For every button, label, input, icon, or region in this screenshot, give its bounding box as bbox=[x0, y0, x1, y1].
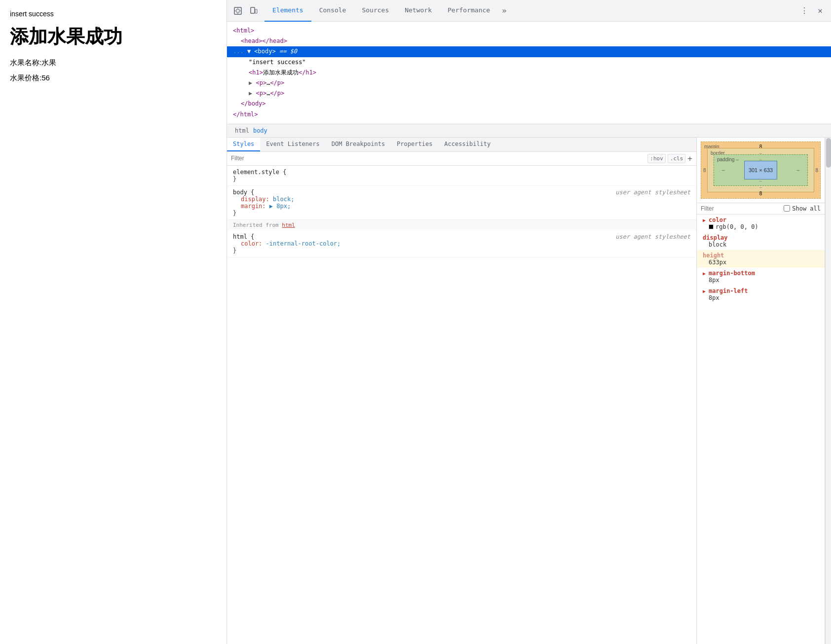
styles-content: element.style { } body { user agent styl… bbox=[227, 166, 696, 644]
bm-padding-label: padding – bbox=[717, 157, 739, 162]
tree-html[interactable]: <html> bbox=[227, 26, 831, 36]
show-all-text: Show all bbox=[792, 205, 821, 212]
computed-margin-left-name[interactable]: margin-left bbox=[703, 287, 748, 294]
computed-section: Show all color rgb(0, 0, 0) bbox=[697, 203, 825, 644]
tree-body-close[interactable]: </body> bbox=[227, 99, 831, 109]
toolbar-right: ⋮ ✕ bbox=[797, 4, 827, 18]
tree-text-node[interactable]: "insert success" bbox=[227, 57, 831, 68]
computed-margin-bottom-value: 8px bbox=[703, 277, 819, 284]
box-model-container: margin 8 border – padding – – bbox=[697, 138, 825, 203]
computed-margin-left: margin-left 8px bbox=[697, 286, 825, 303]
bm-padding: padding – – – 301 × 633 bbox=[714, 154, 808, 186]
computed-color-value: rgb(0, 0, 0) bbox=[703, 223, 819, 230]
bottom-panel: Styles Event Listeners DOM Breakpoints P… bbox=[227, 138, 831, 644]
tab-sources[interactable]: Sources bbox=[354, 0, 397, 22]
close-devtools-icon[interactable]: ✕ bbox=[813, 4, 827, 18]
main-layout: insert success 添加水果成功 水果名称:水果 水果价格:56 bbox=[0, 0, 831, 644]
computed-color: color rgb(0, 0, 0) bbox=[697, 215, 825, 232]
tree-body-selected[interactable]: ... ▼ <body> == $0 bbox=[227, 46, 831, 57]
style-tab-accessibility[interactable]: Accessibility bbox=[438, 138, 496, 151]
bm-dimensions: 301 × 633 bbox=[749, 167, 773, 173]
inherited-label: Inherited from html bbox=[227, 220, 696, 230]
computed-margin-left-value: 8px bbox=[703, 294, 819, 301]
computed-props-list: color rgb(0, 0, 0) display block bbox=[697, 215, 825, 303]
html-tree: <html> <head></head> ... ▼ <body> == $0 … bbox=[227, 22, 831, 124]
bm-border: border – padding – – – bbox=[707, 148, 814, 192]
computed-display: display block bbox=[697, 232, 825, 250]
box-model: margin 8 border – padding – – bbox=[701, 142, 821, 199]
add-style-rule-button[interactable]: + bbox=[687, 154, 692, 163]
tree-html-close[interactable]: </html> bbox=[227, 109, 831, 120]
tabs-row: Elements Console Sources Network Perform… bbox=[264, 0, 797, 22]
bm-content-row: – 301 × 633 – bbox=[720, 161, 801, 179]
cls-button[interactable]: .cls bbox=[668, 154, 686, 163]
style-tab-styles[interactable]: Styles bbox=[227, 138, 260, 151]
bm-margin: margin 8 border – padding – – bbox=[701, 142, 821, 199]
box-model-section: margin 8 border – padding – – bbox=[697, 138, 825, 644]
fruit-price: 水果价格:56 bbox=[10, 73, 217, 83]
computed-color-name[interactable]: color bbox=[703, 216, 726, 223]
scrollbar-track[interactable] bbox=[825, 138, 831, 644]
html-style-rule: html { user agent stylesheet color: -int… bbox=[227, 230, 696, 257]
breadcrumb-html[interactable]: html bbox=[233, 126, 251, 135]
bm-margin-bottom: 8 bbox=[759, 191, 762, 196]
show-all-label: Show all bbox=[784, 205, 821, 212]
devtools-toolbar: Elements Console Sources Network Perform… bbox=[227, 0, 831, 22]
body-style-rule: body { user agent stylesheet display: bl… bbox=[227, 186, 696, 220]
bm-margin-left-val: 8 bbox=[703, 167, 706, 173]
breadcrumb-bar: html body bbox=[227, 124, 831, 138]
tree-head[interactable]: <head></head> bbox=[227, 36, 831, 46]
tab-elements[interactable]: Elements bbox=[264, 0, 311, 22]
fruit-name: 水果名称:水果 bbox=[10, 58, 217, 68]
styles-filter-row: :hov .cls + bbox=[227, 152, 696, 166]
more-options-icon[interactable]: ⋮ bbox=[797, 4, 811, 18]
tab-more-icon[interactable]: » bbox=[498, 0, 511, 22]
page-heading: 添加水果成功 bbox=[10, 26, 217, 48]
tree-h1[interactable]: <h1>添加水果成功</h1> bbox=[227, 68, 831, 78]
style-tab-dom-breakpoints[interactable]: DOM Breakpoints bbox=[326, 138, 391, 151]
tree-p2[interactable]: ▶ <p>…</p> bbox=[227, 88, 831, 99]
bm-margin-right-val: 8 bbox=[815, 167, 818, 173]
computed-margin-bottom-name[interactable]: margin-bottom bbox=[703, 270, 755, 277]
color-swatch-black bbox=[709, 224, 714, 229]
computed-margin-bottom: margin-bottom 8px bbox=[697, 268, 825, 286]
svg-rect-1 bbox=[251, 7, 255, 13]
device-toggle-icon[interactable] bbox=[247, 4, 261, 18]
styles-tabs: Styles Event Listeners DOM Breakpoints P… bbox=[227, 138, 696, 152]
bm-content-box: 301 × 633 bbox=[744, 161, 777, 179]
tab-network[interactable]: Network bbox=[397, 0, 440, 22]
computed-display-name[interactable]: display bbox=[703, 234, 728, 241]
tab-performance[interactable]: Performance bbox=[440, 0, 498, 22]
devtools-panel: Elements Console Sources Network Perform… bbox=[227, 0, 831, 644]
elements-panel: <html> <head></head> ... ▼ <body> == $0 … bbox=[227, 22, 831, 644]
computed-filter-row: Show all bbox=[697, 203, 825, 215]
tree-p1[interactable]: ▶ <p>…</p> bbox=[227, 78, 831, 88]
styles-section: Styles Event Listeners DOM Breakpoints P… bbox=[227, 138, 697, 644]
show-all-checkbox[interactable] bbox=[784, 205, 790, 212]
bm-padding-right: – bbox=[794, 167, 801, 173]
tab-console[interactable]: Console bbox=[311, 0, 354, 22]
computed-height-name[interactable]: height bbox=[703, 252, 724, 259]
page-content: insert success 添加水果成功 水果名称:水果 水果价格:56 bbox=[0, 0, 227, 644]
styles-filter-input[interactable] bbox=[231, 155, 645, 162]
inspect-icon[interactable] bbox=[231, 4, 245, 18]
bm-padding-left: – bbox=[720, 167, 727, 173]
toolbar-icons bbox=[231, 4, 261, 18]
style-tab-properties[interactable]: Properties bbox=[391, 138, 438, 151]
insert-success-text: insert success bbox=[10, 10, 217, 18]
scrollbar-thumb[interactable] bbox=[826, 138, 831, 168]
hov-button[interactable]: :hov bbox=[647, 154, 666, 163]
inherited-html-link[interactable]: html bbox=[282, 222, 295, 228]
computed-filter-input[interactable] bbox=[701, 205, 784, 212]
svg-rect-2 bbox=[255, 9, 257, 13]
computed-display-value: block bbox=[703, 241, 819, 248]
computed-height-value: 633px bbox=[703, 259, 819, 266]
breadcrumb-body[interactable]: body bbox=[251, 126, 269, 135]
element-style-rule: element.style { } bbox=[227, 166, 696, 186]
style-tab-event-listeners[interactable]: Event Listeners bbox=[260, 138, 325, 151]
computed-height: height 633px bbox=[697, 250, 825, 268]
